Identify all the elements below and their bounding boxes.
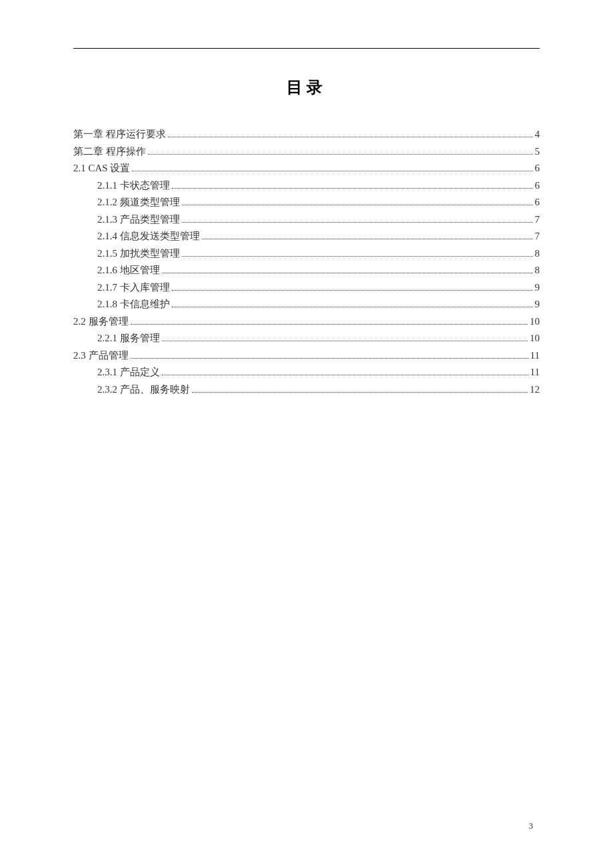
toc-entry: 2.1.2 频道类型管理6 bbox=[73, 194, 540, 211]
toc-entry: 2.1.3 产品类型管理7 bbox=[73, 211, 540, 229]
toc-leader-dots bbox=[162, 375, 528, 375]
toc-entry-page: 10 bbox=[530, 313, 540, 331]
toc-leader-dots bbox=[182, 222, 533, 223]
toc-entry: 2.1 CAS 设置6 bbox=[73, 160, 540, 177]
toc-entry-label: 第二章 程序操作 bbox=[73, 143, 146, 161]
toc-entry-label: 2.1.5 加扰类型管理 bbox=[97, 245, 180, 263]
toc-entry-label: 第一章 程序运行要求 bbox=[73, 126, 166, 143]
toc-entry-page: 8 bbox=[535, 245, 540, 263]
toc-entry-label: 2.1.4 信息发送类型管理 bbox=[97, 228, 200, 245]
toc-entry-page: 4 bbox=[535, 126, 540, 143]
toc-entry-page: 9 bbox=[535, 279, 540, 297]
toc-leader-dots bbox=[132, 171, 532, 171]
toc-leader-dots bbox=[172, 307, 533, 307]
toc-entry-page: 6 bbox=[535, 194, 540, 211]
toc-leader-dots bbox=[148, 154, 533, 155]
toc-leader-dots bbox=[202, 239, 533, 239]
toc-entry: 2.1.5 加扰类型管理8 bbox=[73, 245, 540, 263]
toc-leader-dots bbox=[192, 392, 528, 393]
toc-entry: 2.1.6 地区管理8 bbox=[73, 262, 540, 279]
toc-entry: 2.1.7 卡入库管理9 bbox=[73, 279, 540, 297]
toc-entry-label: 2.1.8 卡信息维护 bbox=[97, 296, 170, 313]
toc-entry-page: 6 bbox=[535, 160, 540, 177]
toc-entry-page: 9 bbox=[535, 296, 540, 313]
toc-leader-dots bbox=[182, 205, 533, 205]
toc-entry-page: 5 bbox=[535, 143, 540, 161]
toc-leader-dots bbox=[162, 273, 533, 273]
toc-entry-label: 2.1.3 产品类型管理 bbox=[97, 211, 180, 229]
toc-entry-label: 2.1.1 卡状态管理 bbox=[97, 177, 170, 195]
toc-entry-label: 2.2 服务管理 bbox=[73, 313, 129, 331]
toc-entry-page: 11 bbox=[530, 347, 540, 365]
toc-title: 目录 bbox=[73, 77, 540, 98]
toc-entry: 第二章 程序操作5 bbox=[73, 143, 540, 161]
toc-entry-page: 7 bbox=[535, 228, 540, 245]
toc-leader-dots bbox=[162, 341, 528, 341]
toc-entry: 2.1.8 卡信息维护9 bbox=[73, 296, 540, 313]
toc-entry: 2.1.4 信息发送类型管理7 bbox=[73, 228, 540, 245]
toc-entry-page: 10 bbox=[530, 330, 540, 347]
toc-entry-label: 2.1 CAS 设置 bbox=[73, 160, 130, 177]
toc-leader-dots bbox=[182, 256, 533, 257]
toc-leader-dots bbox=[131, 324, 528, 325]
toc-entry-page: 8 bbox=[535, 262, 540, 279]
toc-leader-dots bbox=[168, 137, 533, 137]
header-rule bbox=[73, 48, 540, 49]
table-of-contents: 第一章 程序运行要求4第二章 程序操作52.1 CAS 设置62.1.1 卡状态… bbox=[73, 126, 540, 398]
toc-entry-label: 2.3.2 产品、服务映射 bbox=[97, 381, 190, 399]
toc-entry-label: 2.2.1 服务管理 bbox=[97, 330, 160, 347]
toc-entry: 2.2 服务管理10 bbox=[73, 313, 540, 331]
toc-entry-label: 2.1.2 频道类型管理 bbox=[97, 194, 180, 211]
toc-entry-page: 7 bbox=[535, 211, 540, 229]
page-number: 3 bbox=[529, 821, 534, 831]
toc-entry: 2.3.1 产品定义11 bbox=[73, 364, 540, 381]
toc-leader-dots bbox=[131, 358, 528, 359]
toc-entry: 第一章 程序运行要求4 bbox=[73, 126, 540, 143]
toc-entry: 2.3 产品管理11 bbox=[73, 347, 540, 365]
toc-entry: 2.1.1 卡状态管理6 bbox=[73, 177, 540, 195]
toc-entry-label: 2.3 产品管理 bbox=[73, 347, 129, 365]
document-page: 目录 第一章 程序运行要求4第二章 程序操作52.1 CAS 设置62.1.1 … bbox=[0, 0, 613, 868]
toc-leader-dots bbox=[172, 290, 533, 291]
toc-entry-page: 6 bbox=[535, 177, 540, 195]
toc-entry-label: 2.1.6 地区管理 bbox=[97, 262, 160, 279]
toc-entry-page: 11 bbox=[530, 364, 540, 381]
toc-leader-dots bbox=[172, 188, 533, 189]
toc-entry-page: 12 bbox=[530, 381, 540, 399]
toc-entry-label: 2.3.1 产品定义 bbox=[97, 364, 160, 381]
toc-entry: 2.3.2 产品、服务映射12 bbox=[73, 381, 540, 399]
toc-entry-label: 2.1.7 卡入库管理 bbox=[97, 279, 170, 297]
toc-entry: 2.2.1 服务管理10 bbox=[73, 330, 540, 347]
